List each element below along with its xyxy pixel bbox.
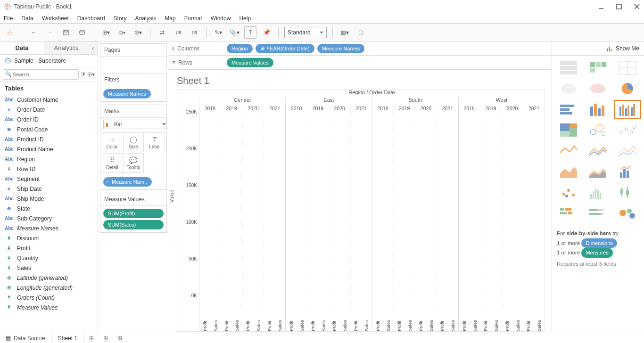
close-button[interactable]: [634, 3, 640, 10]
menu-worksheet[interactable]: Worksheet: [42, 15, 69, 22]
label-button[interactable]: T: [244, 26, 256, 39]
forward-button[interactable]: →: [44, 26, 56, 39]
menu-data[interactable]: Data: [21, 15, 33, 22]
showme-thumb-5[interactable]: [614, 79, 641, 98]
field-profit[interactable]: #Profit: [0, 243, 98, 253]
sheet-tab[interactable]: Sheet 1: [51, 332, 84, 343]
showme-thumb-10[interactable]: [584, 121, 611, 139]
back-button[interactable]: ←: [28, 26, 40, 39]
duplicate-button[interactable]: ⧉▾: [116, 26, 128, 39]
group-button[interactable]: 📎▾: [228, 26, 240, 39]
field-discount[interactable]: #Discount: [0, 233, 98, 243]
showme-thumb-3[interactable]: [555, 79, 582, 98]
field-sub-category[interactable]: AbcSub-Category: [0, 213, 98, 223]
col-pill-region[interactable]: Region: [227, 44, 253, 53]
fit-select[interactable]: Standard: [284, 27, 327, 38]
showme-thumb-12[interactable]: [555, 141, 582, 160]
rows-shelf[interactable]: ≡Rows Measure Values: [169, 56, 552, 70]
showme-thumb-22[interactable]: [584, 204, 611, 222]
field-row-id[interactable]: #Row ID: [0, 164, 98, 174]
mv-pill[interactable]: SUM(Profit): [103, 209, 164, 218]
field-quantity[interactable]: #Quantity: [0, 253, 98, 263]
columns-shelf[interactable]: ⦀Columns Region ⊞YEAR(Order Date) Measur…: [169, 41, 552, 56]
menu-file[interactable]: File: [4, 15, 13, 22]
show-me-toggle[interactable]: Show Me: [552, 41, 644, 56]
menu-format[interactable]: Format: [184, 15, 202, 22]
tableau-icon[interactable]: [4, 26, 16, 39]
showme-thumb-20[interactable]: [614, 183, 641, 202]
showme-thumb-0[interactable]: [555, 58, 582, 77]
menu-analysis[interactable]: Analysis: [135, 15, 157, 22]
search-input[interactable]: 🔍: [3, 69, 79, 80]
menu-story[interactable]: Story: [114, 15, 127, 22]
showme-thumb-13[interactable]: [584, 141, 611, 160]
mark-size[interactable]: ◯Size: [123, 132, 143, 152]
clear-button[interactable]: ⊘▾: [132, 26, 144, 39]
field-measure-names[interactable]: AbcMeasure Names: [0, 223, 98, 233]
field-postal-code[interactable]: ⊕Postal Code: [0, 124, 98, 134]
showme-thumb-9[interactable]: [555, 121, 582, 139]
highlight-button[interactable]: ✎▾: [212, 26, 224, 39]
swap-button[interactable]: ⇄: [156, 26, 168, 39]
pages-card[interactable]: Pages: [100, 43, 167, 70]
mark-label[interactable]: TLabel: [145, 132, 165, 152]
field-sales[interactable]: #Sales: [0, 263, 98, 273]
field-longitude-generated-[interactable]: ⊕Longitude (generated): [0, 283, 98, 293]
sort-desc-button[interactable]: ↑≡: [188, 26, 200, 39]
show-cards-button[interactable]: ▦▾: [339, 26, 351, 39]
showme-thumb-19[interactable]: [584, 183, 611, 202]
sheet-title[interactable]: Sheet 1: [176, 74, 545, 89]
showme-thumb-2[interactable]: [614, 58, 641, 77]
field-latitude-generated-[interactable]: ⊕Latitude (generated): [0, 273, 98, 283]
showme-thumb-18[interactable]: [555, 183, 582, 202]
col-pill-year[interactable]: ⊞YEAR(Order Date): [256, 44, 314, 53]
showme-thumb-8[interactable]: [614, 100, 641, 119]
new-worksheet-button[interactable]: ⊞▾: [100, 26, 112, 39]
field-measure-values[interactable]: #Measure Values: [0, 302, 98, 312]
filter-icon[interactable]: ⧩: [81, 71, 85, 78]
showme-thumb-6[interactable]: [555, 100, 582, 119]
tab-analytics[interactable]: Analytics: [44, 41, 88, 54]
sort-asc-button[interactable]: ↓≡: [172, 26, 184, 39]
new-worksheet-tab[interactable]: ⊞: [84, 335, 99, 342]
minimize-button[interactable]: [598, 3, 604, 10]
data-source-tab[interactable]: ▦ Data Source: [0, 332, 51, 343]
filters-card[interactable]: Filters Measure Names: [100, 73, 167, 102]
mark-tooltip[interactable]: 💬Tooltip: [123, 153, 143, 173]
menu-map[interactable]: Map: [165, 15, 175, 22]
field-segment[interactable]: AbcSegment: [0, 174, 98, 184]
maximize-button[interactable]: [616, 3, 622, 10]
field-order-id[interactable]: AbcOrder ID: [0, 114, 98, 124]
showme-thumb-14[interactable]: [614, 141, 641, 160]
field-state[interactable]: ⊕State: [0, 204, 98, 213]
chart[interactable]: Value 250K200K150K100K50K0K Region / Ord…: [176, 89, 545, 332]
field-ship-mode[interactable]: AbcShip Mode: [0, 194, 98, 204]
mv-pill[interactable]: SUM(Sales): [103, 220, 164, 229]
presentation-button[interactable]: ▢: [355, 26, 367, 39]
showme-thumb-11[interactable]: [614, 121, 641, 139]
field-orders-count-[interactable]: #Orders (Count): [0, 293, 98, 302]
showme-thumb-4[interactable]: [584, 79, 611, 98]
showme-thumb-1[interactable]: [584, 58, 611, 77]
field-product-id[interactable]: AbcProduct ID: [0, 134, 98, 144]
menu-help[interactable]: Help: [239, 15, 251, 22]
field-product-name[interactable]: AbcProduct Name: [0, 144, 98, 154]
field-order-date[interactable]: ⌗Order Date: [0, 105, 98, 114]
field-region[interactable]: AbcRegion: [0, 154, 98, 164]
menu-dashboard[interactable]: Dashboard: [77, 15, 105, 22]
col-pill-measurenames[interactable]: Measure Names: [317, 44, 365, 53]
field-ship-date[interactable]: ⌗Ship Date: [0, 184, 98, 194]
tab-data[interactable]: Data: [0, 41, 44, 54]
showme-thumb-16[interactable]: [584, 162, 611, 181]
showme-thumb-23[interactable]: [614, 204, 641, 222]
marks-color-pill[interactable]: ⁘Measure Nam..: [103, 177, 152, 187]
pin-button[interactable]: 📌: [260, 26, 272, 39]
field-customer-name[interactable]: AbcCustomer Name: [0, 95, 98, 105]
showme-thumb-21[interactable]: [555, 204, 582, 222]
datasource-name[interactable]: Sample - Superstore: [0, 55, 98, 67]
showme-thumb-17[interactable]: [614, 162, 641, 181]
save-button[interactable]: [60, 26, 72, 39]
new-datasource-button[interactable]: [76, 26, 88, 39]
row-pill-measurevalues[interactable]: Measure Values: [227, 58, 273, 67]
mark-detail[interactable]: ⠿Detail: [102, 153, 122, 173]
